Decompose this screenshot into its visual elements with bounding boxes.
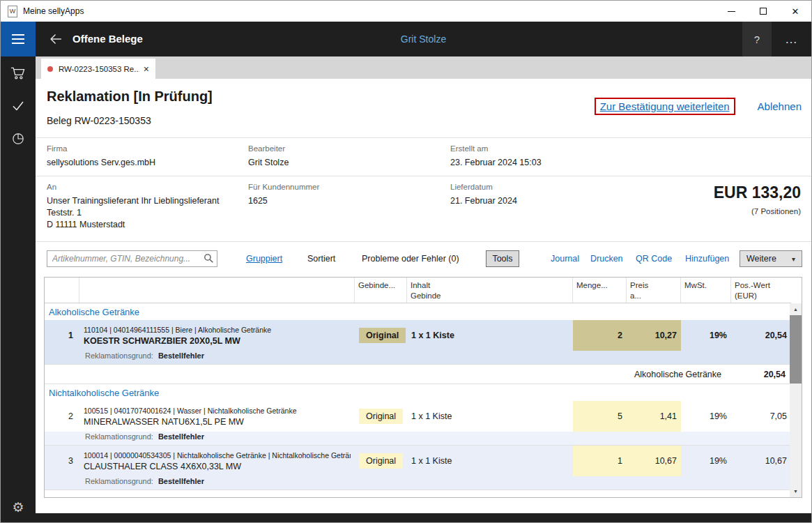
hamburger-icon [12,34,24,36]
search-icon [204,253,214,264]
scrollbar-thumb[interactable] [790,315,802,384]
print-link[interactable]: Drucken [590,254,623,264]
col-header-wert[interactable]: Pos.-Wert (EUR) [731,278,791,303]
col-header-menge[interactable]: Menge... [573,278,627,303]
fields-row-1: Firma sellysolutions Serv.ges.mbH Bearbe… [36,138,811,176]
tools-button[interactable]: Tools [486,250,519,267]
group-header-alkoholisch: Alkoholische Getränke [45,303,791,320]
field-an: An Unser Trainingslieferant Ihr Liebling… [47,183,248,234]
reason-row: Reklamationsgrund: Bestellfehler [45,351,791,365]
app-header: Offene Belege Grit Stolze ? … [1,22,811,56]
gruppiert-toggle[interactable]: Gruppiert [246,254,282,264]
gebinde-badge: Original [359,328,406,343]
scroll-down-icon[interactable]: ▼ [790,485,802,497]
document-actions: Zur Bestätigung weiterleiten Ablehnen [595,98,802,115]
footer-bar [1,513,811,522]
close-icon: ✕ [792,6,799,17]
group-subtotal: Alkoholische Getränke 20,54 [45,365,791,384]
reason-row: Reklamationsgrund: Bestellfehler [45,476,791,490]
minimize-icon [728,11,735,12]
field-erstellt-am: Erstellt am 23. Februar 2024 15:03 [450,144,800,169]
article-cell: 100515 | 04017074001624 | Wasser | Nicht… [79,405,355,428]
qr-code-link[interactable]: QR Code [636,254,672,264]
maximize-button[interactable] [747,1,779,22]
search-box [47,250,217,267]
fields-row-2: An Unser Trainingslieferant Ihr Liebling… [36,176,811,242]
window-controls: ✕ [715,1,811,22]
fields-section: Firma sellysolutions Serv.ges.mbH Bearbe… [36,137,811,242]
tab-document[interactable]: RW-0223-150353 Re... × [41,59,155,79]
gebinde-badge: Original [359,453,403,469]
positions-table: Gebinde... Inhalt Gebinde Menge... Preis… [44,277,802,498]
modified-dot-icon [47,66,53,72]
tab-label: RW-0223-150353 Re... [59,65,139,73]
maximize-icon [760,8,767,15]
titlebar: W Meine sellyApps ✕ [1,1,811,22]
sidebar-item-reports[interactable] [1,122,36,155]
tabbar: RW-0223-150353 Re... × [36,56,811,79]
menu-button[interactable] [1,22,36,56]
col-header-mwst[interactable]: MwSt. [681,278,731,303]
reject-button[interactable]: Ablehnen [758,100,802,112]
more-dropdown[interactable]: Weitere ▾ [740,250,802,267]
document-total: EUR 133,20 (7 Positionen) [714,183,801,215]
gebinde-badge: Original [359,409,403,424]
journal-link[interactable]: Journal [551,254,579,264]
article-cell: 100014 | 00000040534305 | Nichtalkoholis… [79,450,355,473]
tab-close-icon[interactable]: × [144,63,149,75]
col-header-gebinde[interactable]: Gebinde... [355,278,407,303]
col-header-description [79,278,355,303]
sidebar-item-cart[interactable] [1,56,36,89]
app-window: W Meine sellyApps ✕ Offene Belege Gr [0,0,812,523]
scroll-up-icon[interactable]: ▲ [790,303,802,315]
document-header: Reklamation [In Prüfung] Beleg RW-0223-1… [36,79,811,137]
article-cell: 110104 | 04014964111555 | Biere | Alkoho… [79,324,355,347]
col-header-inhalt[interactable]: Inhalt Gebinde [407,278,573,303]
pie-chart-icon [11,132,25,146]
cart-icon [10,66,26,80]
total-amount: EUR 133,20 [714,183,801,202]
reason-row: Reklamationsgrund: Bestellfehler [45,432,791,446]
table-row[interactable]: 1 110104 | 04014964111555 | Biere | Alko… [45,320,791,351]
current-user[interactable]: Grit Stolze [36,22,811,56]
vertical-scrollbar[interactable]: ▲ ▼ [790,303,802,497]
group-header-nichtalkoholisch: Nichtalkoholische Getränke [45,384,791,401]
col-header-preis[interactable]: Preis a... [627,278,681,303]
document-title: Reklamation [In Prüfung] [47,89,213,105]
positions-toolbar: Gruppiert Sortiert Probleme oder Fehler … [36,242,811,277]
forward-for-approval-button[interactable]: Zur Bestätigung weiterleiten [595,98,735,115]
col-header-num [45,278,79,303]
sidebar-item-tasks[interactable] [1,89,36,122]
document-subtitle: Beleg RW-0223-150353 [47,115,151,126]
more-button[interactable]: … [776,22,806,56]
table-row[interactable]: 3 100014 | 00000040534305 | Nichtalkohol… [45,446,791,476]
search-input[interactable] [47,250,217,267]
sortiert-toggle[interactable]: Sortiert [307,254,335,264]
chevron-down-icon: ▾ [792,255,795,263]
window-title: Meine sellyApps [23,6,84,16]
field-firma: Firma sellysolutions Serv.ges.mbH [47,144,248,169]
add-link[interactable]: Hinzufügen [685,254,729,264]
app-icon: W [8,6,17,17]
close-button[interactable]: ✕ [779,1,811,22]
positions-count: (7 Positionen) [714,207,801,215]
problems-filter[interactable]: Probleme oder Fehler (0) [362,254,459,264]
table-row[interactable]: 4 100004 | 04016887055084 | Wasser | Nic… [45,490,791,498]
sidebar: ⚙ [1,56,36,522]
content: Reklamation [In Prüfung] Beleg RW-0223-1… [36,79,811,513]
table-row[interactable]: 2 100515 | 04017074001624 | Wasser | Nic… [45,401,791,432]
field-kundennummer: Für Kundennummer 1625 [248,183,450,234]
table-body: Alkoholische Getränke 1 110104 | 0401496… [45,303,791,498]
help-button[interactable]: ? [742,22,772,56]
table-header: Gebinde... Inhalt Gebinde Menge... Preis… [45,278,791,303]
minimize-button[interactable] [715,1,747,22]
field-bearbeiter: Bearbeiter Grit Stolze [248,144,450,169]
check-icon [11,99,25,113]
